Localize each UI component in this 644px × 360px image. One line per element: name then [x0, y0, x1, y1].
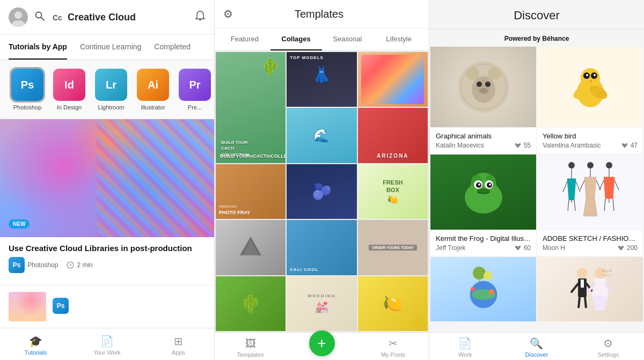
template-blue[interactable]: 🌊 — [287, 108, 356, 163]
discover-item-yellow-bird[interactable]: Yellow bird Valentina Arambasic 47 — [537, 47, 643, 153]
yellow-bird-title: Yellow bird — [543, 132, 638, 140]
template-arizona[interactable]: ARIZONA — [358, 108, 428, 163]
svg-line-60 — [613, 199, 614, 211]
template-photofray[interactable]: WatercolorPHOTO FRAY — [216, 164, 286, 219]
your-work-nav-label: Your Work — [93, 349, 121, 356]
svg-point-3 — [36, 12, 42, 18]
search-icon[interactable] — [34, 11, 45, 24]
tab-seasonal[interactable]: Seasonal — [322, 28, 374, 50]
premiere-icon-box: Pr — [179, 69, 211, 101]
add-button[interactable]: + — [309, 330, 335, 356]
geometric-icon — [237, 234, 264, 261]
settings-nav-label: Settings — [597, 351, 619, 358]
tab-featured[interactable]: Featured — [219, 28, 270, 50]
template-color1[interactable] — [358, 52, 428, 107]
kermit-thumb — [430, 155, 536, 230]
template-wedding[interactable]: WEDDING 💒 — [287, 276, 356, 331]
right-nav-settings[interactable]: ⚙ Settings — [573, 337, 644, 358]
template-geometric[interactable] — [216, 220, 286, 275]
svg-point-42 — [568, 162, 575, 168]
svg-point-69 — [577, 268, 588, 278]
template-topmodels-text: TOP MODELS — [287, 52, 356, 63]
template-order[interactable]: ORDER YOURS TODAY — [358, 220, 428, 275]
bottom-nav-tutorials[interactable]: 🎓 Tutorials — [0, 333, 71, 358]
like-icon-3 — [514, 245, 522, 251]
app-icon-indesign[interactable]: Id In Design — [50, 69, 88, 111]
svg-line-58 — [614, 180, 619, 190]
discover-powered: Powered by Béhance — [429, 30, 644, 47]
svg-marker-56 — [604, 177, 614, 199]
svg-line-59 — [604, 199, 605, 211]
svg-line-51 — [580, 180, 584, 190]
kermit-author-row: Jeff Trojek 60 — [436, 244, 531, 252]
tab-continue-learning[interactable]: Continue Learning — [80, 35, 141, 60]
right-nav-discover[interactable]: 🔍 Discover — [501, 337, 572, 358]
app-icons-row: Ps Photoshop Id In Design Lr Lightroom A… — [0, 60, 214, 119]
app-icon-photoshop[interactable]: Ps Photoshop — [9, 69, 46, 111]
template-blueberry[interactable]: 🫐 — [287, 164, 356, 219]
app-icon-illustrator[interactable]: Ai Illustrator — [134, 69, 172, 111]
tutorial-card-2[interactable]: Ps — [0, 285, 214, 328]
svg-point-65 — [484, 271, 492, 280]
middle-nav-templates[interactable]: 🖼 Templates — [215, 337, 286, 358]
discover-item-graphical-animals[interactable]: Graphical animals Katalin Macevics 55 — [430, 47, 536, 153]
work-nav-label: Work — [458, 351, 472, 358]
discover-item-adobe-sketch[interactable]: ADOBE SKETCH / FASHION I... Moon H 200 — [537, 155, 643, 256]
svg-point-26 — [594, 74, 596, 76]
blueberry-emoji: 🫐 — [312, 182, 332, 201]
right-title: Discover — [440, 9, 633, 23]
svg-point-15 — [466, 67, 479, 80]
app-icon-premiere[interactable]: Pr Pre... — [176, 69, 214, 111]
app-icon-lightroom[interactable]: Lr Lightroom — [92, 69, 130, 111]
discover-nav-label: Discover — [525, 351, 548, 358]
template-lemon[interactable]: 🍋 — [358, 276, 428, 331]
cc-title: Creative Cloud — [68, 12, 136, 23]
template-cactus[interactable]: BUILD YOURCACTICOLLECTION 🌵 — [216, 52, 286, 163]
svg-point-16 — [488, 67, 501, 80]
tab-collages[interactable]: Collages — [270, 28, 322, 50]
svg-text:Worthy: Worthy — [602, 273, 613, 277]
kermit-artwork — [457, 165, 510, 219]
planet-thumb — [430, 257, 536, 321]
gear-icon[interactable]: ⚙ — [223, 8, 233, 20]
svg-line-75 — [585, 297, 586, 308]
like-icon-2 — [621, 142, 628, 149]
template-calicool-text: CALI COOL — [290, 267, 353, 272]
planet-artwork — [457, 262, 510, 316]
tab-completed[interactable]: Completed — [154, 35, 191, 60]
template-calicool[interactable]: CALI COOL — [287, 220, 356, 275]
templates-nav-label: Templates — [237, 351, 264, 358]
discover-grid: Graphical animals Katalin Macevics 55 — [429, 47, 644, 322]
template-topmodels[interactable]: TOP MODELS 👗 — [287, 52, 356, 107]
work-nav-icon: 📄 — [458, 337, 472, 350]
cactus-emoji: 🌵 — [260, 57, 280, 76]
template-cactus2[interactable]: 🌵 — [216, 276, 286, 331]
graphical-animals-author-row: Katalin Macevics 55 — [436, 142, 531, 149]
templates-nav-icon: 🖼 — [245, 337, 256, 350]
tutorial2-badge: Ps — [53, 298, 69, 314]
new-badge: NEW — [9, 219, 30, 229]
tab-tutorials-by-app[interactable]: Tutorials by App — [9, 35, 67, 60]
tutorial-duration-meta: 2 min — [67, 261, 92, 269]
svg-marker-43 — [567, 179, 576, 200]
template-freshbox[interactable]: FRESHBOX 🍋 — [358, 164, 428, 219]
bell-icon[interactable] — [195, 10, 206, 24]
template-freshbox-text: FRESHBOX — [383, 179, 402, 194]
middle-nav-my-posts[interactable]: ✂ My Posts — [357, 337, 429, 358]
discover-item-kermit[interactable]: Kermit the Frog - Digital Illust... Jeff… — [430, 155, 536, 256]
avatar[interactable] — [9, 8, 28, 27]
svg-marker-50 — [584, 177, 596, 199]
lightroom-icon-box: Lr — [95, 69, 127, 101]
svg-line-47 — [574, 200, 575, 211]
right-nav-work[interactable]: 📄 Work — [429, 337, 501, 358]
clock-icon — [67, 261, 74, 269]
wedding-emoji: 💒 — [315, 300, 328, 313]
bottom-nav-apps[interactable]: ⊞ Apps — [143, 333, 214, 358]
bottom-nav-your-work[interactable]: 📄 Your Work — [71, 333, 143, 358]
tab-lifestyle[interactable]: Lifestyle — [373, 28, 425, 50]
yellow-bird-thumb — [537, 47, 643, 127]
discover-item-wedding[interactable]: Bqyal Worthy — [537, 257, 643, 321]
tutorial-card[interactable]: NEW Use Creative Cloud Libraries in post… — [0, 119, 214, 285]
discover-item-planet[interactable] — [430, 257, 536, 321]
adobe-sketch-author-row: Moon H 200 — [543, 244, 638, 252]
